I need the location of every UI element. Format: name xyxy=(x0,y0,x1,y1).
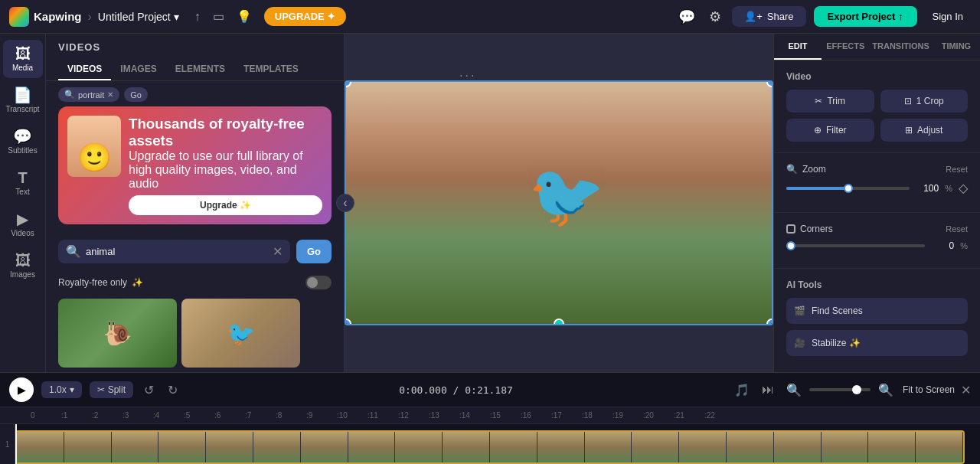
handle-bottom-center[interactable] xyxy=(554,319,564,325)
track-content[interactable] xyxy=(15,424,980,464)
timeline-ruler: 0 :1 :2 :3 :4 :5 :6 :7 :8 :9 :10 :11 :12… xyxy=(0,407,980,424)
sidebar-item-subtitles[interactable]: 💬 Subtitles xyxy=(3,123,43,161)
media-thumb[interactable]: 🐦 xyxy=(181,299,300,368)
zoom-track[interactable] xyxy=(809,388,871,391)
sidebar-item-videos[interactable]: ▶ Videos xyxy=(3,205,43,243)
preview-icon[interactable]: ▭ xyxy=(210,6,227,27)
filter-button[interactable]: ⊕ Filter xyxy=(786,119,874,142)
filter-label: Royalty-free only ✨ xyxy=(58,277,143,288)
video-tools-section: Video ✂ Trim ⊡ 1 Crop ⊕ Filter ⊞ Adjust xyxy=(774,60,980,153)
skip-icon[interactable]: ⏭ xyxy=(759,380,777,400)
split-button[interactable]: ✂ Split xyxy=(90,381,133,398)
bird-silhouette: 🐦 xyxy=(528,160,605,232)
close-timeline-button[interactable]: ✕ xyxy=(961,383,971,397)
sidebar-item-text[interactable]: T Text xyxy=(3,164,43,202)
speed-button[interactable]: 1.0x ▾ xyxy=(41,381,82,398)
share-upload-icon[interactable]: ↑ xyxy=(191,6,204,27)
tab-elements[interactable]: ELEMENTS xyxy=(166,59,234,80)
tab-templates[interactable]: TEMPLATES xyxy=(234,59,308,80)
panel-header: VIDEOS xyxy=(46,34,344,53)
trim-button[interactable]: ✂ Trim xyxy=(786,90,874,113)
go-button[interactable]: Go xyxy=(296,240,332,263)
tab-edit[interactable]: EDIT xyxy=(774,34,822,60)
settings-icon[interactable]: ⚙ xyxy=(706,5,724,28)
strip-frame-18 xyxy=(822,432,869,462)
tab-videos[interactable]: VIDEOS xyxy=(58,59,111,80)
diamond-icon[interactable]: ◇ xyxy=(959,181,968,195)
tool-grid: ✂ Trim ⊡ 1 Crop ⊕ Filter ⊞ Adjust xyxy=(786,90,968,142)
project-name[interactable]: Untitled Project ▾ xyxy=(98,11,179,23)
crop-button[interactable]: ⊡ 1 Crop xyxy=(880,90,969,113)
search-input[interactable] xyxy=(86,246,268,257)
timeline-area: ▶ 1.0x ▾ ✂ Split ↺ ↻ 0:00.000 / 0:21.187… xyxy=(0,372,980,464)
theme-icon[interactable]: 💡 xyxy=(234,6,255,27)
tab-effects[interactable]: EFFECTS xyxy=(822,34,869,60)
clear-search-icon[interactable]: ✕ xyxy=(273,244,283,259)
tick-15: :15 xyxy=(490,411,521,420)
sidebar-item-transcript[interactable]: 📄 Transcript xyxy=(3,81,43,119)
find-scenes-button[interactable]: 🎬 Find Scenes xyxy=(786,298,968,324)
zoom-in-icon[interactable]: 🔍 xyxy=(875,380,897,400)
zoom-out-icon[interactable]: 🔍 xyxy=(783,380,805,400)
strip-frame-12 xyxy=(537,432,585,462)
media-thumb[interactable]: 🐌 xyxy=(58,299,177,368)
panel-collapse-button[interactable]: ‹ xyxy=(336,194,354,212)
export-button[interactable]: Export Project ↑ xyxy=(814,6,917,27)
corners-slider-thumb[interactable] xyxy=(786,241,795,250)
corners-reset[interactable]: Reset xyxy=(946,224,968,234)
nav-separator: › xyxy=(88,10,92,24)
strip-frame-3 xyxy=(112,432,159,462)
promo-description: Upgrade to use our full library of high … xyxy=(129,149,322,191)
promo-upgrade-button[interactable]: Upgrade ✨ xyxy=(129,195,322,215)
tag-portrait[interactable]: 🔍 portrait ✕ xyxy=(58,87,119,102)
tick-17: :17 xyxy=(551,411,582,420)
stabilize-label: Stabilize ✨ xyxy=(812,338,861,348)
undo-button[interactable]: ↺ xyxy=(141,380,157,400)
canvas-menu-dots[interactable]: ··· xyxy=(459,69,476,83)
royalty-free-toggle[interactable] xyxy=(305,276,332,289)
sidebar-item-images[interactable]: 🖼 Images xyxy=(3,247,43,285)
tab-timing[interactable]: TIMING xyxy=(933,34,980,60)
redo-button[interactable]: ↻ xyxy=(165,380,181,400)
upgrade-button[interactable]: UPGRADE ✦ xyxy=(264,7,347,26)
canvas-video[interactable]: 🐦 xyxy=(345,80,773,325)
corners-icon xyxy=(786,224,795,234)
audio-icon[interactable]: 🎵 xyxy=(731,380,753,400)
tab-images[interactable]: IMAGES xyxy=(111,59,165,80)
strip-frame-14 xyxy=(632,432,679,462)
tag-remove-icon[interactable]: ✕ xyxy=(107,90,113,99)
find-scenes-label: Find Scenes xyxy=(812,306,863,316)
strip-frame-9 xyxy=(395,432,443,462)
play-button[interactable]: ▶ xyxy=(9,377,34,402)
tick-14: :14 xyxy=(459,411,490,420)
zoom-slider-track[interactable] xyxy=(786,187,910,190)
adjust-button[interactable]: ⊞ Adjust xyxy=(880,119,969,142)
tag-go[interactable]: Go xyxy=(124,87,148,102)
video-strip[interactable] xyxy=(15,430,965,464)
zoom-thumb[interactable] xyxy=(852,385,861,394)
zoom-slider-thumb[interactable] xyxy=(844,184,853,193)
share-button[interactable]: 👤+ Share xyxy=(732,6,805,27)
zoom-reset[interactable]: Reset xyxy=(946,165,968,174)
crop-icon: ⊡ xyxy=(904,96,912,106)
tab-transitions[interactable]: TRANSITIONS xyxy=(869,34,933,60)
fit-to-screen-button[interactable]: Fit to Screen xyxy=(903,384,955,395)
corners-slider-track[interactable] xyxy=(786,244,925,247)
stabilize-button[interactable]: 🎥 Stabilize ✨ xyxy=(786,330,968,356)
corners-value: 0 xyxy=(931,240,954,251)
comment-icon[interactable]: 💬 xyxy=(675,5,698,28)
signin-button[interactable]: Sign In xyxy=(925,6,971,27)
logo[interactable]: Kapwing xyxy=(9,7,82,27)
sidebar-item-media[interactable]: 🖼 Media xyxy=(3,40,43,78)
strip-frame-19 xyxy=(868,432,916,462)
tick-3: :3 xyxy=(122,411,153,420)
handle-bottom-right[interactable] xyxy=(766,319,773,325)
share-label: Share xyxy=(767,11,794,22)
playhead[interactable] xyxy=(15,424,17,464)
adjust-icon: ⊞ xyxy=(905,125,913,136)
play-icon: ▶ xyxy=(18,384,26,396)
tick-18: :18 xyxy=(582,411,612,420)
promo-card: 🙂 Thousands of royalty-free assets Upgra… xyxy=(58,106,332,224)
tick-20: :20 xyxy=(643,411,674,420)
tick-7: :7 xyxy=(245,411,276,420)
